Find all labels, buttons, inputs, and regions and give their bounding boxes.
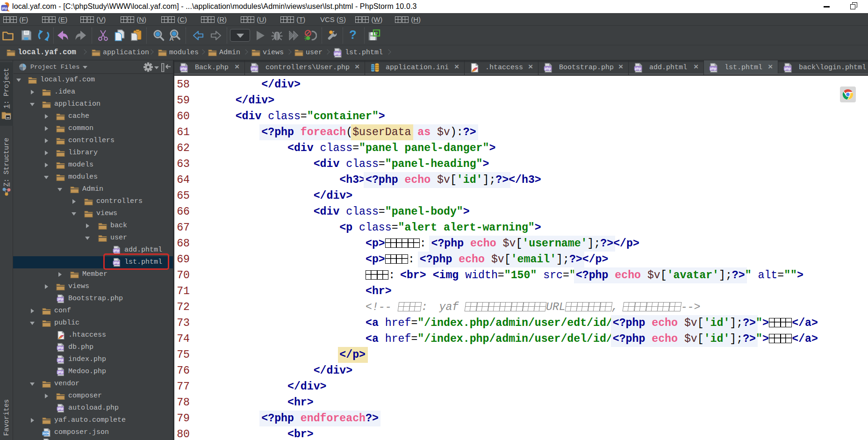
svg-text:A: A (169, 35, 174, 42)
svg-text:php: php (2, 7, 7, 10)
